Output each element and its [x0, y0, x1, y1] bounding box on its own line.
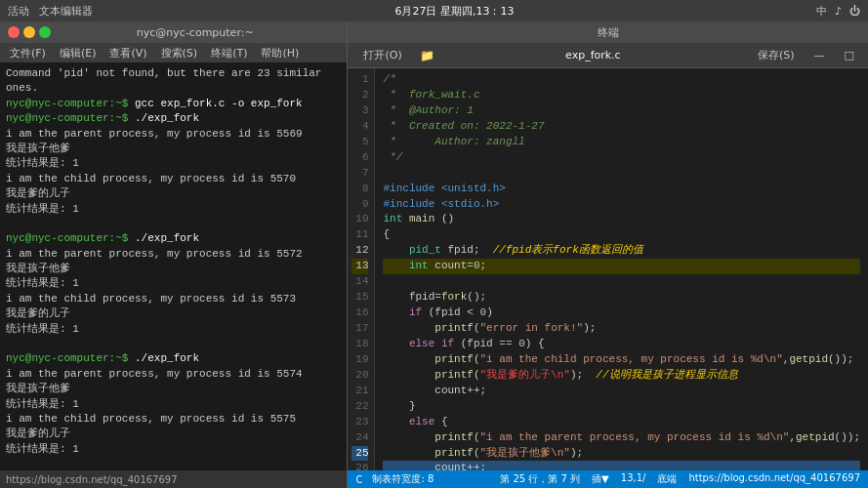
line-num: 8	[351, 182, 368, 197]
code-line-4: * Created on: 2022-1-27	[383, 120, 544, 132]
terminal-out-8: 我是孩子他爹	[6, 263, 70, 274]
editor-status-bar: C 制表符宽度: 8 第 25 行，第 7 列 插▼ 13,1/ 底端 http…	[348, 470, 868, 488]
line-num: 25	[351, 446, 368, 462]
terminal-prompt-4: nyc@nyc-computer:~$	[6, 352, 128, 364]
terminal-cmd-4: ./exp_fork	[128, 352, 199, 364]
code-line-18: printf("i am the child process, my proce…	[383, 353, 853, 365]
terminal-prompt-3: nyc@nyc-computer:~$	[6, 232, 128, 244]
line-num: 23	[351, 415, 368, 430]
line-num: 18	[351, 337, 368, 352]
terminal-out-14: 我是孩子他爹	[6, 383, 70, 394]
terminal-content: Command 'pid' not found, but there are 2…	[0, 62, 347, 470]
code-line-12: pid_t fpid; //fpid表示fork函数返回的值	[383, 244, 642, 256]
line-num: 14	[351, 274, 368, 290]
top-bar-left: 活动 文本编辑器	[8, 4, 93, 19]
terminal-title-bar: nyc@nyc-computer:~	[0, 21, 347, 43]
terminal-out-1: i am the parent process, my process id i…	[6, 128, 303, 140]
terminal-out-18: 统计结果是: 1	[6, 443, 79, 455]
line-num: 16	[351, 305, 368, 321]
code-line-23: printf("i am the parent process, my proc…	[383, 431, 860, 443]
line-num: 6	[351, 150, 368, 166]
terminal-out-9: 统计结果是: 1	[6, 277, 79, 289]
line-num: 20	[351, 368, 368, 384]
editor-position-label: 第 25 行，第 7 列	[500, 472, 580, 486]
terminal-menu-bar: 文件(F) 编辑(E) 查看(V) 搜索(S) 终端(T) 帮助(H)	[0, 43, 347, 62]
code-line-5: * Author: zangll	[383, 136, 524, 147]
app-name-label[interactable]: 文本编辑器	[39, 4, 93, 19]
line-num: 12	[351, 243, 368, 259]
code-line-16: printf("error in fork!");	[383, 322, 596, 334]
line-num: 7	[351, 166, 368, 182]
terminal-menu-file[interactable]: 文件(F)	[4, 44, 52, 62]
top-bar-right: 中 ♪ ⏻	[816, 4, 860, 19]
line-num: 1	[351, 72, 368, 88]
terminal-menu-edit[interactable]: 编辑(E)	[54, 44, 103, 62]
code-line-15: if (fpid < 0)	[383, 306, 492, 318]
code-line-21: }	[383, 400, 415, 412]
terminal-menu-view[interactable]: 查看(V)	[103, 44, 152, 62]
code-content[interactable]: /* * fork_wait.c * @Author: 1 * Created …	[375, 68, 868, 470]
terminal-status-bar: https://blog.csdn.net/qq_40167697	[0, 470, 347, 488]
maximize-button[interactable]	[39, 26, 51, 38]
top-bar-center: 6月27日 星期四,13：13	[394, 4, 514, 19]
editor-window-title: 终端	[598, 25, 619, 40]
terminal-prompt-1: nyc@nyc-computer:~$	[6, 98, 128, 109]
editor-folder-icon[interactable]: 📁	[420, 49, 434, 62]
code-line-22: else {	[383, 416, 447, 427]
editor-panel: 终端 打开(O) 📁 exp_fork.c 保存(S) — □ 1 2 3 4	[348, 21, 868, 488]
editor-status-url: https://blog.csdn.net/qq_40167697	[688, 472, 860, 486]
editor-maximize-button[interactable]: □	[839, 47, 860, 63]
code-line-10: int main ()	[383, 213, 454, 224]
editor-extra-label: 插▼	[592, 472, 609, 486]
editor-position2-label: 13,1/	[621, 472, 646, 486]
code-line-9: #include <stdio.h>	[383, 198, 499, 210]
editor-width-label: 制表符宽度: 8	[372, 472, 434, 486]
terminal-title: nyc@nyc-computer:~	[137, 26, 254, 39]
editor-save-button[interactable]: 保存(S)	[752, 46, 801, 64]
code-line-7	[383, 167, 390, 179]
line-num: 15	[351, 290, 368, 305]
line-num: 9	[351, 197, 368, 213]
line-num: 4	[351, 119, 368, 135]
top-bar: 活动 文本编辑器 6月27日 星期四,13：13 中 ♪ ⏻	[0, 0, 868, 21]
activities-label[interactable]: 活动	[8, 4, 29, 19]
line-num: 17	[351, 321, 368, 337]
close-button[interactable]	[8, 26, 20, 38]
terminal-out-10: i am the child process, my process id is…	[6, 293, 296, 305]
line-numbers: 1 2 3 4 5 6 7 8 9 10 11 12 13 14 15 16 1…	[348, 68, 375, 470]
terminal-panel: nyc@nyc-computer:~ 文件(F) 编辑(E) 查看(V) 搜索(…	[0, 21, 348, 488]
terminal-menu-help[interactable]: 帮助(H)	[255, 44, 305, 62]
terminal-window-controls	[8, 26, 51, 38]
terminal-cmd-1: gcc exp_fork.c -o exp_fork	[128, 98, 302, 109]
editor-status-right: 第 25 行，第 7 列 插▼ 13,1/ 底端 https://blog.cs…	[500, 472, 860, 486]
editor-title-bar: 终端	[348, 21, 868, 43]
editor-bottom-label: 底端	[657, 472, 677, 486]
terminal-prompt-2: nyc@nyc-computer:~$	[6, 112, 128, 124]
network-icon: 中	[816, 4, 827, 19]
terminal-menu-terminal[interactable]: 终端(T)	[205, 44, 253, 62]
code-line-13: int count=0;	[383, 259, 860, 274]
code-line-17: else if (fpid == 0) {	[383, 338, 544, 349]
code-line-19: printf("我是爹的儿子\n"); //说明我是孩子进程显示信息	[383, 369, 737, 381]
terminal-menu-search[interactable]: 搜索(S)	[155, 44, 204, 62]
line-num: 2	[351, 88, 368, 103]
code-line-1: /*	[383, 73, 395, 85]
editor-minimize-button[interactable]: —	[808, 47, 831, 63]
code-line-6: */	[383, 151, 402, 163]
line-num: 19	[351, 352, 368, 368]
terminal-out-3: 统计结果是: 1	[6, 157, 79, 169]
line-num: 11	[351, 227, 368, 243]
line-num: 21	[351, 384, 368, 399]
code-line-8: #include <unistd.h>	[383, 183, 505, 194]
terminal-cmd-3: ./exp_fork	[128, 232, 199, 244]
code-line-20: count++;	[383, 385, 486, 396]
minimize-button[interactable]	[23, 26, 35, 38]
main-layout: nyc@nyc-computer:~ 文件(F) 编辑(E) 查看(V) 搜索(…	[0, 21, 868, 488]
editor-tab-open[interactable]: 打开(O)	[355, 46, 409, 64]
power-icon: ⏻	[849, 5, 860, 18]
terminal-status-url: https://blog.csdn.net/qq_40167697	[6, 474, 178, 485]
code-line-3: * @Author: 1	[383, 104, 473, 116]
line-num: 24	[351, 430, 368, 446]
line-num: 22	[351, 399, 368, 415]
code-line-11: {	[383, 228, 390, 240]
